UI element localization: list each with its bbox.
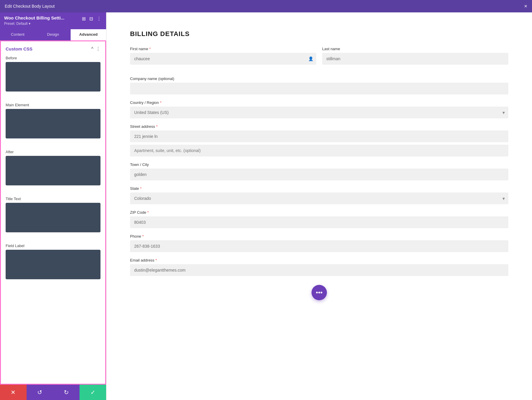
main-element-label: Main Element [6,103,100,107]
section-controls: ^ ⋮ [91,46,100,52]
custom-css-section-header: Custom CSS ^ ⋮ [6,46,100,52]
zip-group: ZIP Code * [130,210,508,228]
city-label: Town / City [130,162,508,167]
after-label: After [6,150,100,154]
last-name-label: Last name [322,47,508,51]
css-editor-after: After [6,150,100,191]
after-textarea[interactable] [6,156,100,185]
close-button[interactable]: × [524,3,527,9]
sidebar-footer: ✕ ↺ ↻ ✓ [0,385,106,400]
email-label: Email address * [130,258,508,262]
before-label: Before [6,56,100,60]
preset-selector[interactable]: Preset: Default ▾ [4,22,102,26]
tab-content[interactable]: Content [0,29,35,40]
title-text-textarea[interactable] [6,203,100,232]
save-button[interactable]: ✓ [80,385,106,400]
tab-design[interactable]: Design [35,29,71,40]
phone-group: Phone * [130,234,508,252]
tab-advanced[interactable]: Advanced [71,29,106,40]
state-group: State * Colorado [130,186,508,204]
collapse-button[interactable]: ^ [91,46,93,52]
sidebar: ⊞ ⊟ ⋮ Woo Checkout Billing Setti... Pres… [0,12,106,400]
cancel-button[interactable]: ✕ [0,385,27,400]
sidebar-content: Custom CSS ^ ⋮ Before Main Element After [0,40,106,385]
section-menu-button[interactable]: ⋮ [96,46,100,52]
undo-button[interactable]: ↺ [27,385,53,400]
layout-icon[interactable]: ⊟ [89,15,94,22]
last-name-group: Last name [322,47,508,65]
css-editor-main-element: Main Element [6,103,100,144]
company-input[interactable] [130,83,508,94]
state-select[interactable]: Colorado [130,192,508,204]
main-layout: ⊞ ⊟ ⋮ Woo Checkout Billing Setti... Pres… [0,12,532,400]
phone-label: Phone * [130,234,508,239]
city-group: Town / City [130,162,508,180]
custom-css-title: Custom CSS [6,46,33,51]
main-content: BILLING DETAILS First name * 👤 Last name… [106,12,532,400]
street-input[interactable] [130,130,508,142]
css-editor-before: Before [6,56,100,97]
company-label: Company name (optional) [130,76,508,81]
fab-button[interactable]: ••• [312,285,327,300]
preset-label: Preset: Default [4,22,27,26]
name-row: First name * 👤 Last name [130,47,508,71]
email-group: Email address * [130,258,508,276]
more-options-icon[interactable]: ⋮ [96,15,102,22]
sidebar-header: ⊞ ⊟ ⋮ Woo Checkout Billing Setti... Pres… [0,12,106,29]
first-name-input-wrap: 👤 [130,53,316,65]
billing-title: BILLING DETAILS [130,30,508,38]
person-icon: 👤 [308,56,313,61]
field-label-textarea[interactable] [6,250,100,279]
css-editor-field-label: Field Label [6,244,100,285]
street2-input[interactable] [130,145,508,156]
country-select[interactable]: United States (US) [130,107,508,118]
css-editor-title-text: Title Text [6,197,100,238]
last-name-input[interactable] [322,53,508,65]
main-element-textarea[interactable] [6,109,100,138]
tabs-row: Content Design Advanced [0,29,106,40]
before-textarea[interactable] [6,62,100,92]
email-input[interactable] [130,264,508,276]
sidebar-icons-row: ⊞ ⊟ ⋮ [81,15,102,22]
first-name-group: First name * 👤 [130,47,316,65]
street-label: Street address * [130,124,508,129]
zip-label: ZIP Code * [130,210,508,215]
field-label-label: Field Label [6,244,100,248]
zip-input[interactable] [130,216,508,228]
state-label: State * [130,186,508,191]
responsive-icon[interactable]: ⊞ [81,15,86,22]
country-group: Country / Region * United States (US) [130,100,508,118]
first-name-input[interactable] [130,53,316,65]
company-group: Company name (optional) [130,76,508,94]
city-input[interactable] [130,169,508,180]
title-text-label: Title Text [6,197,100,201]
first-name-label: First name * [130,47,316,51]
phone-input[interactable] [130,240,508,252]
title-bar-title: Edit Checkout Body Layout [5,4,55,9]
title-bar: Edit Checkout Body Layout × [0,0,532,12]
redo-button[interactable]: ↻ [53,385,80,400]
state-select-wrap: Colorado [130,192,508,204]
country-select-wrap: United States (US) [130,107,508,118]
country-label: Country / Region * [130,100,508,105]
street-group: Street address * [130,124,508,156]
preset-arrow-icon: ▾ [29,22,30,26]
